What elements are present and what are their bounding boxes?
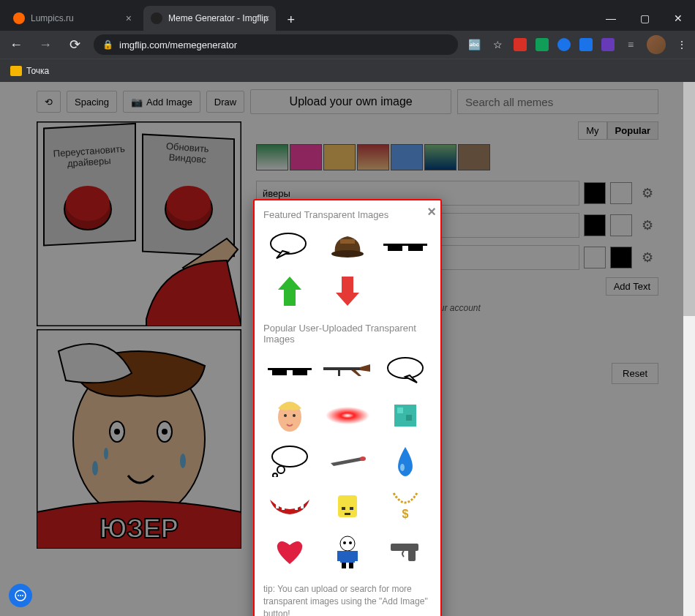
sticker-trump-face[interactable]	[263, 397, 315, 434]
svg-rect-61	[349, 563, 353, 568]
svg-point-42	[273, 473, 277, 477]
sticker-deal-glasses-2[interactable]	[263, 352, 315, 388]
sticker-scumbag-hat[interactable]	[321, 228, 373, 264]
svg-rect-26	[408, 244, 423, 251]
back-button[interactable]: ←	[6, 37, 26, 53]
browser-toolbar: ← → ⟳ 🔒 imgflip.com/memegenerator 🔤 ☆ ≡ …	[0, 31, 695, 59]
new-tab-button[interactable]: +	[280, 9, 302, 31]
forward-button[interactable]: →	[35, 37, 56, 53]
svg-rect-28	[272, 368, 287, 375]
maximize-button[interactable]: ▢	[628, 6, 661, 31]
svg-rect-59	[353, 551, 358, 561]
browser-titlebar: Lumpics.ru × Meme Generator - Imgflip × …	[0, 0, 695, 31]
chat-icon	[15, 590, 26, 601]
reading-list-icon[interactable]: ≡	[623, 37, 638, 52]
svg-rect-58	[337, 551, 342, 561]
sticker-diamond-block[interactable]	[380, 397, 432, 434]
svg-rect-39	[406, 415, 412, 421]
svg-point-55	[343, 541, 346, 544]
browser-tab-imgflip[interactable]: Meme Generator - Imgflip ×	[143, 6, 276, 31]
scrollthumb[interactable]	[683, 82, 695, 316]
svg-point-32	[388, 358, 423, 378]
svg-rect-29	[293, 368, 307, 375]
translate-icon[interactable]: 🔤	[467, 37, 481, 52]
browser-tab-lumpics[interactable]: Lumpics.ru ×	[6, 6, 138, 31]
svg-point-54	[340, 536, 355, 551]
tab-close-icon[interactable]: ×	[264, 12, 270, 24]
url-text: imgflip.com/memegenerator	[119, 40, 237, 50]
svg-point-65	[18, 595, 19, 596]
svg-point-41	[277, 466, 285, 473]
address-bar[interactable]: 🔒 imgflip.com/memegenerator	[94, 34, 458, 55]
svg-point-66	[20, 595, 21, 596]
sticker-sans[interactable]	[321, 533, 373, 570]
svg-rect-48	[301, 504, 304, 508]
tab-favicon-icon	[151, 12, 162, 24]
extension-icon[interactable]	[514, 38, 527, 51]
bookmarks-bar: Точка	[0, 59, 695, 82]
svg-rect-30	[323, 367, 360, 370]
extension-icon[interactable]	[536, 38, 549, 51]
sticker-speech-bubble[interactable]	[263, 228, 315, 264]
chat-bubble-button[interactable]	[9, 584, 32, 607]
close-button[interactable]: ✕	[661, 6, 695, 31]
svg-point-40	[272, 446, 307, 467]
modal-section-title: Featured Transparent Images	[263, 209, 432, 220]
svg-point-56	[349, 541, 352, 544]
svg-point-22	[331, 250, 364, 258]
svg-point-36	[326, 407, 369, 424]
reload-button[interactable]: ⟳	[64, 37, 85, 53]
sticker-ak47[interactable]	[321, 352, 373, 388]
svg-rect-52	[345, 513, 350, 515]
svg-rect-50	[342, 507, 345, 510]
svg-rect-38	[397, 407, 403, 413]
svg-rect-31	[338, 370, 340, 376]
svg-point-67	[22, 595, 23, 596]
sticker-joint[interactable]	[321, 443, 373, 479]
svg-rect-23	[340, 239, 355, 244]
svg-point-44	[400, 464, 405, 471]
sticker-speech-bubble-2[interactable]	[380, 352, 432, 388]
svg-point-35	[293, 414, 296, 417]
toolbar-icons: 🔤 ☆ ≡ ⋮	[467, 35, 689, 54]
profile-avatar[interactable]	[647, 35, 666, 54]
featured-grid	[263, 228, 432, 309]
folder-icon	[10, 66, 22, 76]
sticker-gun[interactable]	[380, 533, 432, 570]
svg-point-34	[284, 414, 287, 417]
svg-rect-57	[340, 551, 355, 563]
extension-icon[interactable]	[557, 38, 571, 51]
tab-favicon-icon	[13, 12, 25, 24]
modal-close-button[interactable]: ×	[427, 203, 436, 220]
extension-icon[interactable]	[579, 38, 593, 51]
bookmark-label[interactable]: Точка	[26, 66, 49, 76]
minimize-button[interactable]: —	[594, 6, 628, 31]
tab-label: Lumpics.ru	[31, 13, 74, 23]
sticker-red-down-arrow[interactable]	[321, 273, 373, 309]
sticker-deal-glasses[interactable]	[380, 228, 432, 264]
modal-tip: tip: You can upload or search for more t…	[263, 583, 432, 616]
scrollbar[interactable]	[683, 82, 695, 616]
svg-text:$: $	[402, 508, 409, 520]
menu-icon[interactable]: ⋮	[675, 37, 689, 52]
sticker-joker-smile[interactable]	[263, 488, 315, 525]
sticker-red-heart[interactable]	[263, 533, 315, 570]
page-content: ⟲ Spacing 📷Add Image Draw Upload your ow…	[0, 82, 695, 616]
extension-icon[interactable]	[601, 38, 615, 51]
tab-close-icon[interactable]: ×	[126, 12, 132, 24]
sticker-water-drop[interactable]	[380, 443, 432, 479]
svg-rect-25	[388, 244, 402, 251]
sticker-gold-chain[interactable]: $	[380, 488, 432, 525]
transparent-images-modal: × Featured Transparent Images Popular Us…	[253, 199, 442, 616]
lock-icon: 🔒	[102, 40, 113, 50]
svg-rect-63	[408, 549, 416, 561]
popular-grid: $	[263, 352, 432, 570]
sticker-oof-head[interactable]	[321, 488, 373, 525]
sticker-thought-bubble[interactable]	[263, 443, 315, 479]
svg-rect-45	[276, 504, 279, 508]
sticker-red-laser[interactable]	[321, 397, 373, 434]
star-icon[interactable]: ☆	[490, 37, 505, 52]
svg-rect-51	[350, 507, 353, 510]
sticker-green-up-arrow[interactable]	[263, 273, 315, 309]
tab-label: Meme Generator - Imgflip	[168, 13, 268, 23]
